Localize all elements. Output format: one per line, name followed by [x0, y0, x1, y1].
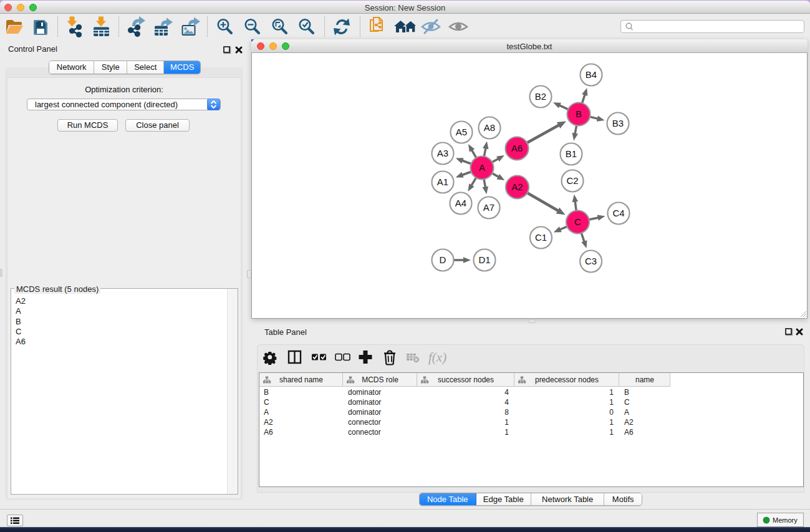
svg-text:A: A — [479, 162, 485, 173]
svg-text:B1: B1 — [566, 148, 577, 159]
svg-text:A6: A6 — [511, 143, 523, 153]
svg-text:A4: A4 — [455, 198, 466, 208]
svg-text:A7: A7 — [483, 202, 494, 213]
svg-text:A8: A8 — [484, 122, 495, 133]
svg-text:B4: B4 — [586, 69, 597, 80]
svg-text:C1: C1 — [535, 232, 547, 243]
svg-text:B3: B3 — [612, 118, 624, 128]
svg-text:D: D — [440, 254, 446, 265]
svg-text:A2: A2 — [511, 181, 523, 192]
svg-text:C2: C2 — [566, 175, 578, 186]
svg-text:A5: A5 — [456, 127, 467, 137]
svg-text:A1: A1 — [437, 177, 448, 187]
svg-text:B2: B2 — [535, 91, 546, 102]
svg-text:B: B — [576, 109, 582, 119]
svg-text:C4: C4 — [612, 208, 624, 218]
svg-text:f(x): f(x) — [428, 350, 446, 365]
svg-text:C3: C3 — [585, 256, 597, 266]
svg-text:D1: D1 — [478, 254, 490, 265]
svg-text:C: C — [574, 216, 581, 227]
svg-text:A3: A3 — [437, 148, 448, 158]
